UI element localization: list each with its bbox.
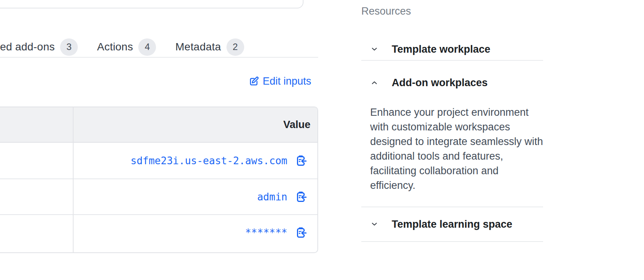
accordion-title: Template workplace <box>392 43 490 55</box>
tab-actions[interactable]: Actions 4 <box>97 38 156 56</box>
edit-inputs-label: Edit inputs <box>263 75 311 87</box>
copy-to-clipboard-icon[interactable] <box>295 227 307 238</box>
accordion-template-learning-space[interactable]: Template learning space <box>361 207 543 241</box>
resources-heading: Resources <box>361 5 543 17</box>
tab-metadata[interactable]: Metadata 2 <box>175 38 244 56</box>
tab-installed-add-ons[interactable]: ed add-ons 3 <box>0 38 78 56</box>
addon-tabs: ed add-ons 3 Actions 4 Metadata 2 <box>0 37 318 58</box>
chevron-down-icon <box>371 220 378 228</box>
tab-count-badge: 4 <box>138 38 156 56</box>
resources-panel: Resources Template workplace Add-on work… <box>361 0 543 242</box>
edit-pencil-icon <box>248 76 260 87</box>
copy-to-clipboard-icon[interactable] <box>295 191 307 203</box>
tab-label: Metadata <box>175 41 221 53</box>
tab-count-badge: 2 <box>226 38 244 56</box>
table-column-divider <box>73 107 74 252</box>
edit-inputs-button[interactable]: Edit inputs <box>248 75 311 87</box>
tab-count-badge: 3 <box>60 38 78 56</box>
input-value: admin <box>257 191 287 203</box>
accordion-title: Template learning space <box>392 218 512 230</box>
table-row: admin <box>0 178 317 214</box>
divider <box>361 241 543 242</box>
accordion-add-on-workplaces[interactable]: Add-on workplaces <box>361 61 543 88</box>
input-value-masked: ******* <box>245 227 287 238</box>
chevron-down-icon <box>371 45 378 53</box>
table-header-row: Value <box>0 107 317 143</box>
accordion-template-workplace[interactable]: Template workplace <box>361 38 543 60</box>
inputs-table: Value sdfme23i.us-east-2.aws.com admin <box>0 107 318 253</box>
tab-label: ed add-ons <box>0 41 55 53</box>
input-value: sdfme23i.us-east-2.aws.com <box>131 155 287 167</box>
card-above-cutoff <box>0 0 304 8</box>
copy-to-clipboard-icon[interactable] <box>295 155 307 167</box>
accordion-title: Add-on workplaces <box>392 77 488 89</box>
table-row: ******* <box>0 214 317 250</box>
chevron-up-icon <box>371 79 378 87</box>
tab-label: Actions <box>97 41 133 53</box>
value-column-header: Value <box>283 119 310 131</box>
page: ed add-ons 3 Actions 4 Metadata 2 Edit i… <box>0 0 644 280</box>
accordion-description: Enhance your project environment with cu… <box>370 105 545 207</box>
table-row: sdfme23i.us-east-2.aws.com <box>0 143 317 178</box>
